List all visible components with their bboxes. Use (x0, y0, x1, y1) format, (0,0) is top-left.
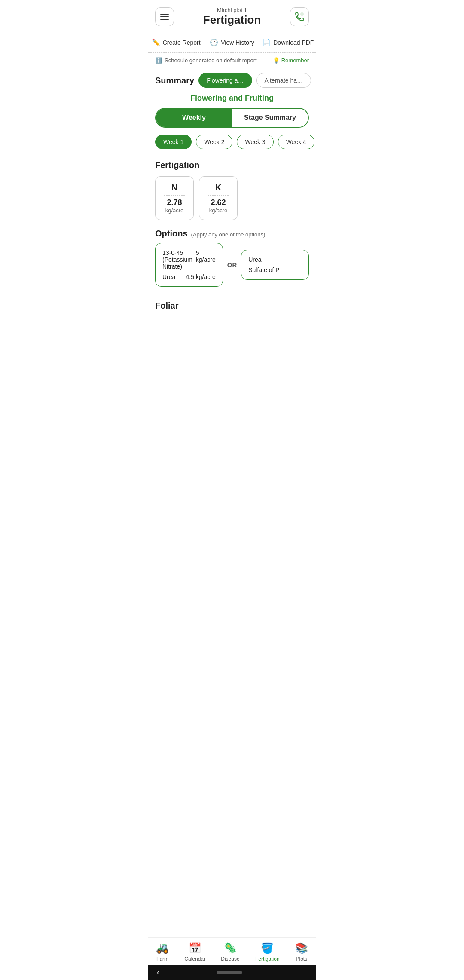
option-item-2a: Urea (248, 256, 302, 263)
nutrient-n-value: 2.78 (164, 198, 185, 207)
fertigation-section: Fertigation N 2.78 kg/acre K 2.62 kg/acr… (148, 156, 316, 294)
option-2b-name: Sulfate of P (248, 266, 279, 273)
history-icon: 🕐 (210, 38, 218, 46)
nutrient-k-value: 2.62 (208, 198, 229, 207)
option-2a-name: Urea (248, 256, 261, 263)
week-pill-3[interactable]: Week 3 (237, 135, 273, 149)
info-icon: ℹ️ (155, 57, 162, 64)
options-title: Options (155, 229, 188, 239)
option-1a-qty: 5 kg/acre (196, 249, 216, 270)
option-item-1b: Urea 4.5 kg/acre (162, 273, 216, 280)
weekly-toggle[interactable]: Weekly (156, 109, 232, 127)
week-pill-1[interactable]: Week 1 (155, 135, 192, 149)
nutrient-k-unit: kg/acre (208, 207, 229, 214)
download-pdf-button[interactable]: 📄 Download PDF (260, 32, 316, 52)
schedule-note: ℹ️ Schedule generated on default report (155, 57, 257, 64)
create-report-button[interactable]: ✏️ Create Report (148, 32, 204, 52)
svg-text:!: ! (302, 12, 302, 15)
call-button[interactable]: ! (290, 7, 309, 26)
stage-title: Flowering and Fruiting (148, 91, 316, 108)
nutrient-n-letter: N (164, 183, 185, 196)
week-pill-4[interactable]: Week 4 (278, 135, 314, 149)
option-item-1a: 13-0-45 (Potassium Nitrate) 5 kg/acre (162, 249, 216, 270)
view-history-button[interactable]: 🕐 View History (204, 32, 259, 52)
info-row: ℹ️ Schedule generated on default report … (148, 53, 316, 68)
app-header: Mirchi plot 1 Fertigation ! (148, 0, 316, 32)
options-sub: (Apply any one of the options) (191, 231, 266, 238)
week-pills: Week 1 Week 2 Week 3 Week 4 (148, 135, 316, 156)
nutrient-k-letter: K (208, 183, 229, 196)
pencil-icon: ✏️ (152, 38, 160, 46)
header-title-block: Mirchi plot 1 Fertigation (203, 7, 261, 27)
foliar-section: Foliar (148, 294, 316, 323)
stage-summary-toggle[interactable]: Stage Summary (232, 109, 308, 127)
action-row: ✏️ Create Report 🕐 View History 📄 Downlo… (148, 32, 316, 53)
tab-alternate[interactable]: Alternate ha… (256, 73, 311, 88)
pdf-icon: 📄 (262, 38, 271, 46)
option-1b-name: Urea (162, 273, 175, 280)
option-1b-qty: 4.5 kg/acre (186, 273, 215, 280)
menu-button[interactable] (155, 7, 174, 26)
nutrient-k-card: K 2.62 kg/acre (199, 176, 238, 220)
or-label: OR (227, 261, 237, 269)
foliar-title: Foliar (155, 294, 309, 314)
hamburger-icon (160, 14, 169, 20)
option-card-2: Urea Sulfate of P (241, 250, 309, 280)
summary-tabs: Summary Flowering a… Alternate ha… (148, 68, 316, 91)
options-header: Options (Apply any one of the options) (155, 229, 309, 239)
nutrient-cards: N 2.78 kg/acre K 2.62 kg/acre (155, 176, 309, 220)
fertigation-title: Fertigation (155, 156, 309, 176)
page-title: Fertigation (203, 13, 261, 27)
view-toggle: Weekly Stage Summary (155, 108, 309, 128)
summary-label: Summary (155, 76, 194, 86)
phone-icon: ! (294, 12, 305, 22)
nutrient-n-card: N 2.78 kg/acre (155, 176, 194, 220)
option-row: 13-0-45 (Potassium Nitrate) 5 kg/acre Ur… (155, 243, 309, 287)
nutrient-n-unit: kg/acre (164, 207, 185, 214)
bulb-icon: 💡 (273, 57, 280, 64)
week-pill-2[interactable]: Week 2 (196, 135, 232, 149)
option-1a-name: 13-0-45 (Potassium Nitrate) (162, 249, 196, 270)
option-card-1: 13-0-45 (Potassium Nitrate) 5 kg/acre Ur… (155, 243, 223, 287)
plot-name: Mirchi plot 1 (203, 7, 261, 13)
tab-flowering[interactable]: Flowering a… (198, 73, 252, 88)
option-item-2b: Sulfate of P (248, 266, 302, 273)
remember-button[interactable]: 💡 Remember (273, 57, 309, 64)
